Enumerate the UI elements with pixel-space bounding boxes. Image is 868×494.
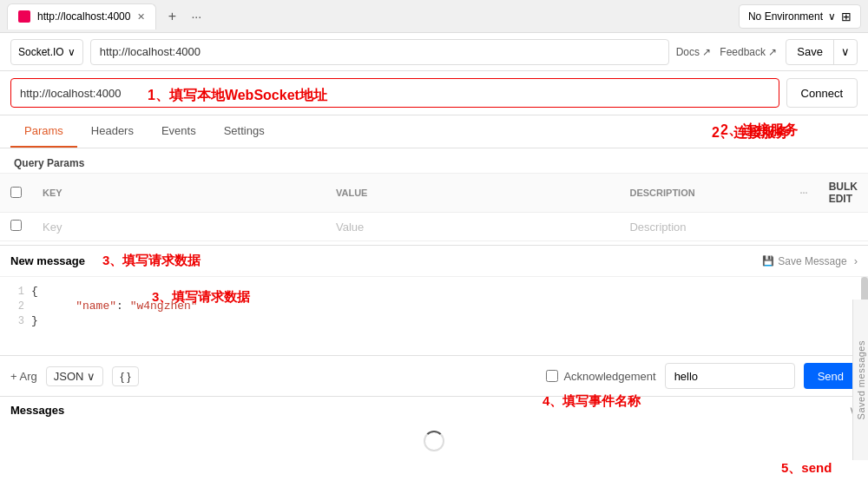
th-checkbox [0,174,32,213]
tab-bar-right: No Environment ∨ ⊞ [739,4,861,29]
feedback-link[interactable]: Feedback ↗ [720,46,777,58]
th-bulk-edit[interactable]: Bulk Edit [819,174,868,213]
environment-selector[interactable]: No Environment ∨ ⊞ [739,4,861,29]
save-message-button[interactable]: 💾 Save Message [762,255,846,267]
bottom-bar: + Arg JSON ∨ { } Acknowledgement Send [0,355,868,396]
code-line-1: 1 { [0,284,854,299]
json-selector[interactable]: JSON ∨ [46,366,104,386]
toolbar-actions: Docs ↗ Feedback ↗ Save ∨ [676,39,858,65]
annotation-step3: 3、填写请求数据 [102,253,201,269]
tab-settings[interactable]: Settings [210,115,279,148]
code-key-name: "name": "w4ngzhen" [49,300,198,313]
json-label: JSON [54,370,84,383]
code-editor[interactable]: 1 { 2 "name": "w4ngzhen" 3 } [0,277,868,355]
json-arrow-icon: ∨ [87,370,95,383]
bulk-edit-cell [819,213,868,241]
loading-spinner [424,431,444,451]
annotation-step5-overlay: 5、send [781,460,832,477]
connect-button[interactable]: Connect [786,78,858,108]
request-toolbar: Socket.IO ∨ Docs ↗ Feedback ↗ Save ∨ [0,33,868,71]
code-line-2: 2 "name": "w4ngzhen" [0,299,854,313]
th-description: DESCRIPTION [619,174,789,213]
send-button[interactable]: Send [804,363,858,389]
braces-button[interactable]: { } [112,366,138,386]
save-dropdown-arrow[interactable]: ∨ [833,40,857,64]
address-input[interactable] [10,78,779,108]
env-icon: ⊞ [841,10,852,23]
new-message-section: New message 3、填写请求数据 💾 Save Message › 1 … [0,245,868,396]
tab-close-button[interactable]: ✕ [137,11,145,23]
browser-tab-bar: http://localhost:4000 ✕ + ··· No Environ… [0,0,868,33]
code-line-3: 3 } [0,313,854,328]
th-key: KEY [32,174,326,213]
acknowledgement-section: Acknowledgement [546,370,655,383]
address-section: Connect [0,71,868,115]
th-value: VALUE [326,174,620,213]
chevron-down-icon: ∨ [828,10,836,23]
save-label: Save [786,40,833,64]
protocol-label: Socket.IO [18,46,64,58]
th-more: ··· [790,174,819,213]
add-arg-button[interactable]: + Arg [10,370,37,383]
key-cell[interactable]: Key [32,213,326,241]
browser-tab[interactable]: http://localhost:4000 ✕ [7,3,156,30]
row-select-checkbox[interactable] [10,220,22,231]
protocol-arrow-icon: ∨ [68,46,76,58]
line-number-2: 2 [7,300,24,313]
code-brace-open: { [31,285,38,298]
row-checkbox [0,213,32,241]
save-button[interactable]: Save ∨ [786,39,858,65]
tab-events[interactable]: Events [148,115,210,148]
new-message-header: New message 3、填写请求数据 💾 Save Message › [0,246,868,277]
select-all-checkbox[interactable] [10,187,22,198]
messages-section: Messages ∨ [0,396,868,424]
tab-params[interactable]: Params [10,115,77,148]
tab-favicon [18,10,30,23]
more-cell [790,213,819,241]
protocol-selector[interactable]: Socket.IO ∨ [10,39,83,65]
tab-title: http://localhost:4000 [37,10,130,23]
table-row: Key Value Description [0,213,868,241]
acknowledgement-label: Acknowledgement [563,370,655,383]
description-cell[interactable]: Description [619,213,789,241]
new-tab-button[interactable]: + [160,4,184,29]
tab-headers[interactable]: Headers [77,115,148,148]
tab-more-button[interactable]: ··· [187,6,205,27]
query-params-header: Query Params [0,148,868,173]
save-icon: 💾 [762,255,774,267]
value-cell[interactable]: Value [326,213,620,241]
tabs-bar: Params Headers Events Settings [0,115,868,148]
code-brace-close: } [31,314,38,327]
saved-messages-sidebar[interactable]: Saved messages [852,300,868,460]
messages-title: Messages [10,404,64,417]
saved-messages-label: Saved messages [856,340,866,419]
event-name-input[interactable] [665,363,795,389]
env-label: No Environment [748,10,823,23]
collapse-icon[interactable]: › [854,254,858,267]
loading-area [0,424,868,458]
acknowledgement-checkbox[interactable] [546,370,558,382]
params-table: KEY VALUE DESCRIPTION ··· Bulk Edit Key … [0,173,868,241]
docs-link[interactable]: Docs ↗ [676,46,712,58]
save-message-label: Save Message [778,255,846,267]
url-bar[interactable] [90,39,669,65]
line-number-3: 3 [7,315,24,327]
line-number-1: 1 [7,286,24,298]
new-message-title: New message [10,254,85,267]
